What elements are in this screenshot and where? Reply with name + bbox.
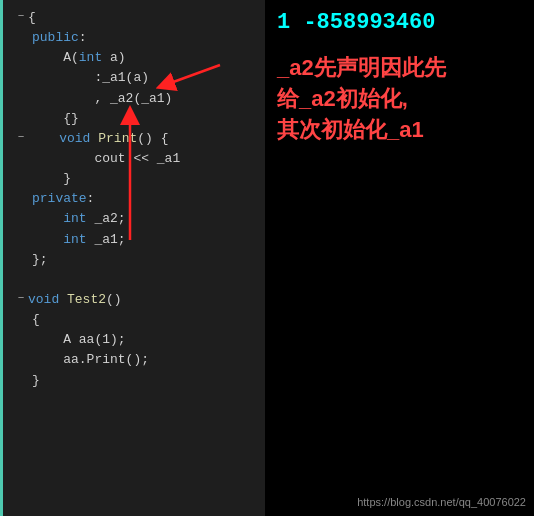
code-panel: − { public: A(int a) :_a1(a) , _a2(_a1) (0, 0, 265, 516)
collapse-btn[interactable]: − (14, 8, 28, 25)
result-output: 1 -858993460 (265, 0, 534, 35)
code-line: public: (14, 28, 265, 48)
code-line: cout << _a1 (14, 149, 265, 169)
code-line: − void Print() { (14, 129, 265, 149)
code-line: private: (14, 189, 265, 209)
watermark: https://blog.csdn.net/qq_40076022 (357, 496, 526, 508)
code-line: } (14, 169, 265, 189)
collapse-btn[interactable]: − (14, 129, 28, 146)
code-line: } (14, 371, 265, 391)
code-block: − { public: A(int a) :_a1(a) , _a2(_a1) (8, 8, 265, 391)
left-border (0, 0, 3, 516)
code-line: aa.Print(); (14, 350, 265, 370)
code-line: , _a2(_a1) (14, 89, 265, 109)
code-line: int _a1; (14, 230, 265, 250)
code-line: }; (14, 250, 265, 270)
code-line: − { (14, 8, 265, 28)
code-line: :_a1(a) (14, 68, 265, 88)
code-line: int _a2; (14, 209, 265, 229)
right-panel: 1 -858993460 _a2先声明因此先给_a2初始化,其次初始化_a1 h… (265, 0, 534, 516)
annotation: _a2先声明因此先给_a2初始化,其次初始化_a1 (265, 35, 534, 145)
collapse-btn[interactable]: − (14, 290, 28, 307)
code-line: A aa(1); (14, 330, 265, 350)
code-line: {} (14, 109, 265, 129)
code-line: − void Test2() (14, 290, 265, 310)
code-line (14, 270, 265, 290)
code-line: { (14, 310, 265, 330)
code-line: A(int a) (14, 48, 265, 68)
